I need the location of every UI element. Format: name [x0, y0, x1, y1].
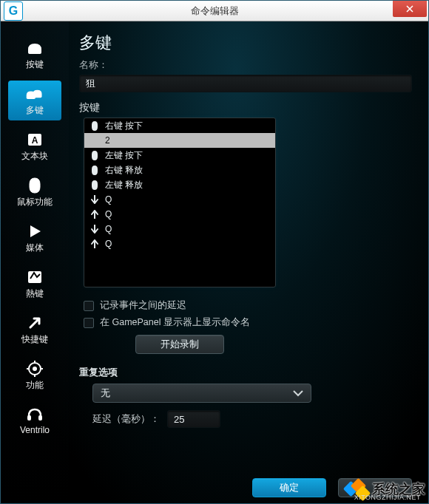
- mouse-icon: [89, 180, 101, 190]
- up-icon: [89, 210, 101, 219]
- checkbox-icon: [84, 318, 94, 328]
- keystroke-text: 2: [105, 135, 110, 146]
- shortcut-arrow-icon: [25, 315, 44, 331]
- sidebar-item-label: 媒体: [26, 242, 44, 254]
- sidebar-item-ventrilo[interactable]: Ventrilo: [8, 401, 61, 439]
- keystroke-row[interactable]: Q: [84, 236, 275, 251]
- svg-text:A: A: [32, 135, 38, 146]
- sidebar-item-label: 熱键: [26, 287, 44, 300]
- chevron-down-icon: [293, 389, 303, 397]
- record-delay-checkbox[interactable]: 记录事件之间的延迟: [84, 299, 412, 312]
- checkbox-label: 记录事件之间的延迟: [100, 299, 186, 312]
- hotkey-icon: [25, 269, 44, 285]
- checkbox-label: 在 GamePanel 显示器上显示命令名: [100, 316, 250, 329]
- sidebar-item-function[interactable]: 功能: [8, 355, 61, 395]
- sidebar-item-media[interactable]: 媒体: [8, 218, 61, 258]
- keystroke-row[interactable]: Q: [84, 222, 275, 236]
- cancel-button[interactable]: [338, 478, 412, 497]
- mouse-icon: [89, 121, 101, 131]
- start-recording-button[interactable]: 开始录制: [135, 335, 224, 354]
- gamepanel-checkbox[interactable]: 在 GamePanel 显示器上显示命令名: [84, 316, 412, 329]
- app-body: 按键 多键 A 文本块 鼠标功能: [1, 21, 428, 504]
- sidebar-item-label: 功能: [26, 379, 44, 392]
- keystroke-list[interactable]: 右键 按下2左键 按下右键 释放左键 释放QQQQ: [84, 118, 276, 287]
- key-icon: [25, 40, 44, 56]
- down-icon: [89, 225, 101, 234]
- keystrokes-label: 按键: [79, 101, 412, 115]
- mouse-icon: [25, 177, 44, 194]
- name-input[interactable]: [79, 75, 412, 92]
- sidebar-item-label: 多键: [26, 104, 44, 117]
- sidebar-item-multikey[interactable]: 多键: [8, 81, 61, 120]
- textblock-icon: A: [25, 132, 44, 148]
- sidebar-item-label: 按键: [26, 58, 44, 71]
- down-icon: [89, 195, 101, 204]
- sidebar-item-keystroke[interactable]: 按键: [8, 35, 61, 75]
- sidebar: 按键 多键 A 文本块 鼠标功能: [1, 21, 69, 504]
- keystroke-row[interactable]: 右键 按下: [84, 118, 275, 133]
- sidebar-item-label: 鼠标功能: [17, 196, 53, 208]
- sidebar-item-shortcut[interactable]: 快捷键: [8, 310, 61, 350]
- keystroke-text: 左键 按下: [105, 149, 143, 162]
- sidebar-item-label: Ventrilo: [20, 425, 50, 435]
- mouse-icon: [89, 151, 101, 160]
- delay-input[interactable]: [167, 410, 220, 428]
- page-title: 多键: [79, 32, 412, 54]
- sidebar-item-hotkey[interactable]: 熱键: [8, 264, 61, 304]
- window-title: 命令编辑器: [1, 4, 428, 18]
- keystroke-row[interactable]: 左键 释放: [84, 177, 275, 192]
- titlebar: G 命令编辑器: [1, 1, 428, 21]
- up-icon: [89, 239, 101, 248]
- checkbox-icon: [84, 301, 94, 311]
- sidebar-item-label: 快捷键: [21, 333, 48, 346]
- sidebar-item-textblock[interactable]: A 文本块: [8, 126, 61, 166]
- keystroke-text: 右键 按下: [105, 120, 143, 132]
- repeat-select[interactable]: 无: [92, 384, 311, 403]
- mouse-icon: [89, 166, 101, 175]
- content-pane: 多键 名称： 按键 右键 按下2左键 按下右键 释放左键 释放QQQQ 记录事件…: [69, 21, 428, 504]
- delay-label: 延迟（毫秒）：: [92, 412, 160, 426]
- keystroke-row[interactable]: 左键 按下: [84, 148, 275, 163]
- ok-button[interactable]: 确定: [252, 478, 326, 497]
- svg-point-4: [33, 367, 37, 371]
- keystroke-text: 右键 释放: [105, 164, 143, 177]
- keystroke-text: Q: [105, 239, 112, 249]
- svg-rect-9: [27, 415, 31, 420]
- gear-icon: [25, 361, 44, 377]
- repeat-options-label: 重复选项: [79, 366, 412, 379]
- headset-icon: [25, 406, 44, 423]
- keystroke-text: Q: [105, 224, 112, 234]
- name-label: 名称：: [79, 58, 412, 72]
- keystroke-row[interactable]: 右键 释放: [84, 163, 275, 177]
- keystroke-text: Q: [105, 194, 112, 205]
- keystroke-row[interactable]: 2: [84, 133, 275, 148]
- select-value: 无: [101, 386, 110, 400]
- keystroke-text: 左键 释放: [105, 179, 143, 191]
- media-play-icon: [25, 223, 44, 239]
- svg-rect-10: [38, 415, 42, 420]
- keystroke-text: Q: [105, 209, 112, 219]
- sidebar-item-label: 文本块: [21, 150, 48, 163]
- keystroke-row[interactable]: Q: [84, 207, 275, 222]
- keystroke-row[interactable]: Q: [84, 192, 275, 207]
- sidebar-item-mouse[interactable]: 鼠标功能: [8, 172, 61, 212]
- window-close-button[interactable]: [393, 1, 427, 17]
- close-icon: [406, 5, 413, 13]
- multikey-icon: [25, 86, 44, 102]
